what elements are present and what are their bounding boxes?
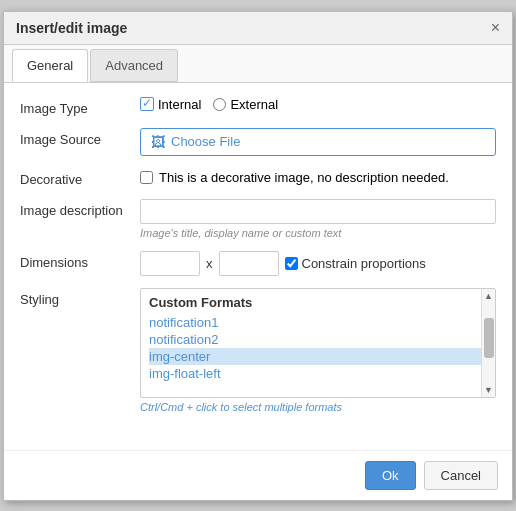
decorative-row: Decorative This is a decorative image, n…: [20, 168, 496, 187]
styling-row: Styling Custom Formats notification1 not…: [20, 288, 496, 413]
dimensions-row: Dimensions x Constrain proportions: [20, 251, 496, 276]
styling-hint: Ctrl/Cmd + click to select multiple form…: [140, 401, 496, 413]
scrollbar-thumb[interactable]: [484, 318, 494, 358]
image-type-label: Image Type: [20, 97, 140, 116]
image-type-control: Internal External: [140, 97, 496, 112]
dimensions-control: x Constrain proportions: [140, 251, 496, 276]
internal-label: Internal: [158, 97, 201, 112]
decorative-text: This is a decorative image, no descripti…: [159, 170, 449, 185]
dialog-footer: Ok Cancel: [4, 450, 512, 500]
list-item[interactable]: notification1: [149, 314, 487, 331]
styling-listbox[interactable]: Custom Formats notification1 notificatio…: [140, 288, 496, 398]
dialog-title: Insert/edit image: [16, 20, 127, 36]
scrollbar[interactable]: ▲ ▼: [481, 289, 495, 397]
constrain-checkbox[interactable]: [285, 257, 298, 270]
image-type-row: Image Type Internal External: [20, 97, 496, 116]
list-item[interactable]: notification2: [149, 331, 487, 348]
internal-radio-item: Internal: [140, 97, 201, 112]
list-item[interactable]: img-center: [149, 348, 487, 365]
dialog-title-bar: Insert/edit image ×: [4, 12, 512, 45]
tab-advanced[interactable]: Advanced: [90, 49, 178, 82]
scroll-down-icon[interactable]: ▼: [482, 383, 495, 397]
choose-file-button[interactable]: 🖼 Choose File: [140, 128, 496, 156]
height-input[interactable]: [219, 251, 279, 276]
image-description-row: Image description Image's title, display…: [20, 199, 496, 239]
constrain-label: Constrain proportions: [285, 256, 426, 271]
image-description-label: Image description: [20, 199, 140, 218]
external-radio[interactable]: [213, 98, 226, 111]
width-input[interactable]: [140, 251, 200, 276]
cancel-button[interactable]: Cancel: [424, 461, 498, 490]
internal-checkbox[interactable]: [140, 97, 154, 111]
image-type-radio-group: Internal External: [140, 97, 496, 112]
dim-separator: x: [206, 256, 213, 271]
decorative-checkbox[interactable]: [140, 171, 153, 184]
decorative-control: This is a decorative image, no descripti…: [140, 170, 496, 185]
tab-general[interactable]: General: [12, 49, 88, 82]
dimensions-label: Dimensions: [20, 251, 140, 270]
styling-label: Styling: [20, 288, 140, 307]
choose-file-label: Choose File: [171, 134, 240, 149]
decorative-label: Decorative: [20, 168, 140, 187]
tab-bar: General Advanced: [4, 45, 512, 83]
scroll-up-icon[interactable]: ▲: [482, 289, 495, 303]
image-description-input[interactable]: [140, 199, 496, 224]
image-source-control: 🖼 Choose File: [140, 128, 496, 156]
dimensions-inputs: x Constrain proportions: [140, 251, 496, 276]
external-radio-item: External: [213, 97, 278, 112]
dialog-body: Image Type Internal External Image Sourc…: [4, 83, 512, 450]
list-item[interactable]: img-float-left: [149, 365, 487, 382]
styling-list: Custom Formats notification1 notificatio…: [141, 289, 495, 397]
image-description-control: Image's title, display name or custom te…: [140, 199, 496, 239]
image-source-row: Image Source 🖼 Choose File: [20, 128, 496, 156]
close-button[interactable]: ×: [491, 20, 500, 36]
styling-list-header: Custom Formats: [149, 295, 487, 310]
insert-edit-image-dialog: Insert/edit image × General Advanced Ima…: [3, 11, 513, 501]
ok-button[interactable]: Ok: [365, 461, 416, 490]
file-icon: 🖼: [151, 134, 165, 150]
styling-control: Custom Formats notification1 notificatio…: [140, 288, 496, 413]
image-description-hint: Image's title, display name or custom te…: [140, 227, 496, 239]
external-label: External: [230, 97, 278, 112]
image-source-label: Image Source: [20, 128, 140, 147]
